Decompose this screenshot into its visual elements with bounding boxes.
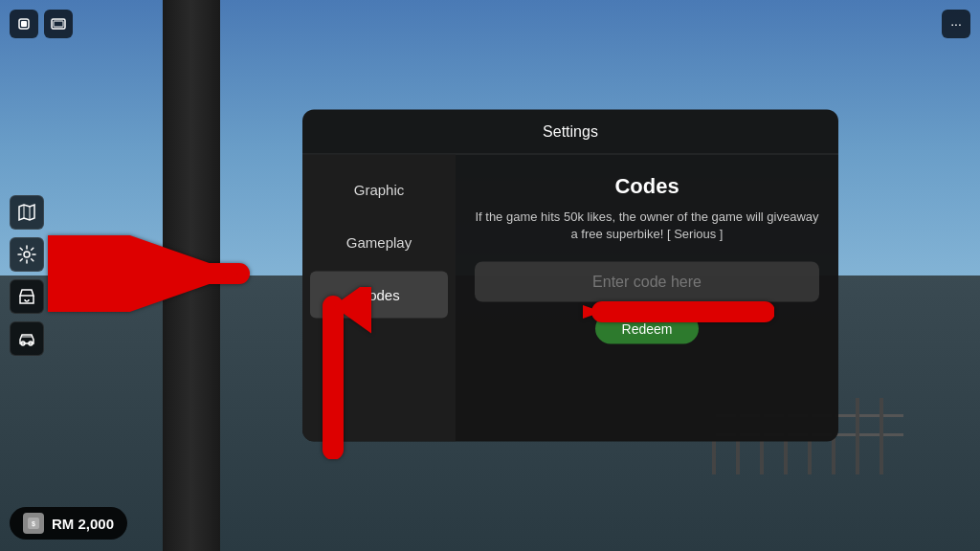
svg-point-6 <box>24 252 30 257</box>
codes-description: If the game hits 50k likes, the owner of… <box>475 209 819 243</box>
map-icon[interactable] <box>10 195 44 230</box>
settings-title: Settings <box>543 123 598 140</box>
svg-rect-1 <box>21 21 27 27</box>
sidebar <box>10 195 44 356</box>
code-input[interactable] <box>475 262 819 302</box>
currency-amount: RM 2,000 <box>52 516 114 532</box>
tab-graphic[interactable]: Graphic <box>310 166 448 213</box>
svg-text:$: $ <box>32 520 35 528</box>
settings-sidebar-icon[interactable] <box>10 237 44 272</box>
more-options-icon[interactable]: ··· <box>942 10 970 38</box>
settings-modal: Settings Graphic Gameplay Codes Codes If… <box>302 110 838 442</box>
currency-icon: $ <box>23 513 44 534</box>
pillar <box>163 0 220 551</box>
tab-gameplay[interactable]: Gameplay <box>310 219 448 266</box>
screenshot-icon[interactable] <box>44 10 73 38</box>
car-icon[interactable] <box>10 321 44 356</box>
top-left-icons <box>10 10 73 38</box>
codes-title: Codes <box>475 174 819 199</box>
settings-header: Settings <box>302 110 838 155</box>
settings-content: Codes If the game hits 50k likes, the ow… <box>456 155 838 442</box>
settings-body: Graphic Gameplay Codes Codes If the game… <box>302 155 838 442</box>
redeem-button[interactable]: Redeem <box>595 314 700 344</box>
settings-sidebar: Graphic Gameplay Codes <box>302 155 456 442</box>
currency-badge: $ RM 2,000 <box>10 507 127 540</box>
tab-codes[interactable]: Codes <box>310 272 448 319</box>
ellipsis-dots: ··· <box>950 16 962 32</box>
shop-icon[interactable] <box>10 279 44 314</box>
svg-rect-3 <box>54 21 63 27</box>
top-right-menu[interactable]: ··· <box>942 10 970 38</box>
roblox-icon[interactable] <box>10 10 38 38</box>
